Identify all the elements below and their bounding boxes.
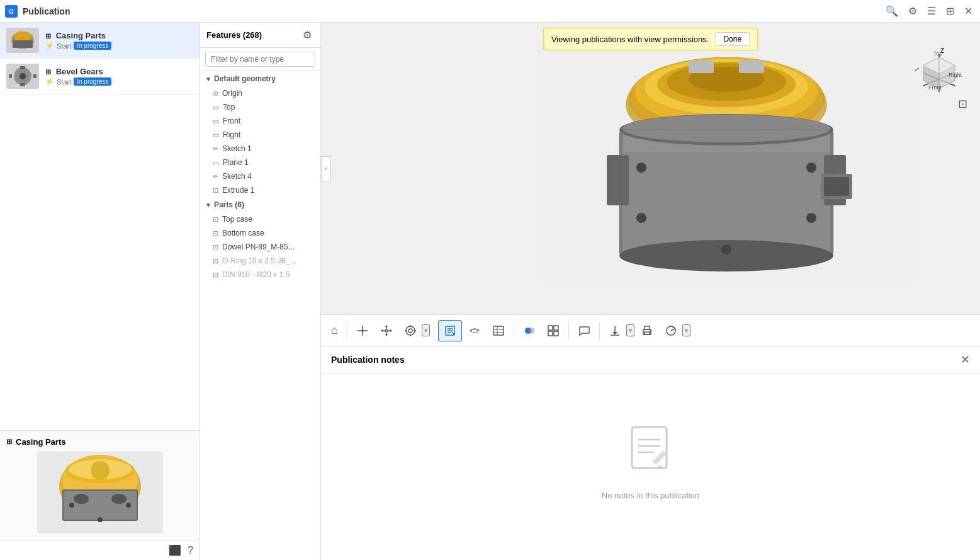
notification-text: Viewing publications with view permissio… (551, 35, 709, 44)
features-filter-button[interactable]: ⚙ (300, 28, 314, 42)
section-view-toolbar-button[interactable] (463, 321, 486, 341)
svg-rect-14 (33, 74, 37, 78)
expand-features-panel-button[interactable]: ‹ (321, 156, 331, 181)
svg-text:Top: Top (933, 50, 943, 57)
help-footer-button[interactable]: ? (188, 544, 193, 556)
svg-marker-104 (612, 332, 617, 334)
publication-item-casing-parts[interactable]: ⊞ Casing Parts ⚡ Start In progress (0, 23, 200, 59)
svg-rect-13 (9, 74, 12, 78)
feature-item-top-case[interactable]: ⊡ Top case (200, 212, 320, 226)
feature-item-oring[interactable]: ⊡ O-Ring 10 x 2.5 JB_... (200, 254, 320, 268)
features-search-input[interactable] (205, 52, 315, 67)
top-case-icon: ⊡ (213, 215, 218, 224)
print-toolbar-button[interactable] (636, 321, 658, 341)
pub-notes-empty-icon (626, 424, 676, 483)
publication-notes-panel: Publication notes ✕ (321, 346, 980, 560)
close-header-button[interactable]: ✕ (962, 4, 975, 18)
casing-parts-info: ⊞ Casing Parts ⚡ Start In progress (45, 31, 193, 50)
sketch4-icon: ✏ (213, 173, 218, 181)
svg-rect-107 (645, 326, 650, 329)
svg-rect-6 (13, 40, 33, 48)
publication-item-bevel-gears[interactable]: ⊞ Bevel Gears ⚡ Start In progress (0, 59, 200, 94)
svg-point-58 (636, 213, 646, 223)
feature-item-plane1[interactable]: ▭ Plane 1 (200, 156, 320, 169)
home-toolbar-button[interactable]: ⌂ (326, 320, 343, 341)
sidebar-preview: ⊞ Casing Parts (0, 430, 200, 540)
pub-notes-content: No notes in this publication (321, 374, 980, 550)
svg-rect-112 (632, 427, 667, 468)
default-geometry-section: ▼ Default geometry ⊙ Origin ▭ Top ▭ Fron… (200, 71, 320, 197)
svg-text:Front: Front (928, 84, 942, 91)
notes-edit-toolbar-button[interactable] (438, 320, 462, 341)
comment-toolbar-button[interactable] (573, 321, 595, 341)
parts-section-header[interactable]: ▼ Parts (6) (200, 197, 320, 212)
default-geometry-header[interactable]: ▼ Default geometry (200, 71, 320, 86)
feature-item-top[interactable]: ▭ Top (200, 100, 320, 114)
grid-view-button[interactable]: ⊞ (943, 4, 957, 18)
bevel-gears-status: ⚡ Start In progress (45, 77, 193, 86)
casing-parts-name: ⊞ Casing Parts (45, 31, 193, 40)
feature-item-bottom-case[interactable]: ⊡ Bottom case (200, 226, 320, 240)
svg-point-25 (69, 503, 74, 508)
svg-point-98 (528, 328, 534, 334)
feature-item-front[interactable]: ▭ Front (200, 114, 320, 128)
search-button[interactable]: 🔍 (883, 4, 901, 18)
svg-point-24 (111, 494, 127, 504)
view-cube-btn[interactable]: ⊡ (958, 97, 967, 111)
pub-notes-title: Publication notes (331, 355, 405, 365)
measure-toolbar-button[interactable] (660, 321, 682, 341)
svg-point-10 (20, 73, 26, 79)
svg-point-60 (721, 244, 731, 254)
svg-point-81 (406, 326, 415, 335)
plane-right-icon: ▭ (213, 131, 219, 139)
svg-point-67 (361, 329, 364, 332)
svg-rect-63 (689, 60, 714, 73)
casing-parts-status: ⚡ Start In progress (45, 42, 193, 50)
collapse-footer-button[interactable]: ⬛ (169, 544, 181, 556)
features-list: ▼ Default geometry ⊙ Origin ▭ Top ▭ Fron… (200, 71, 320, 560)
bottom-case-icon: ⊡ (213, 229, 218, 237)
filter-button[interactable]: ⚙ (906, 4, 920, 18)
svg-rect-116 (652, 450, 667, 464)
plane1-icon: ▭ (213, 159, 219, 167)
svg-point-27 (98, 517, 103, 522)
target-toolbar-button[interactable] (399, 321, 422, 341)
explode-toolbar-button[interactable] (542, 321, 565, 341)
download-toolbar-button[interactable] (604, 321, 626, 341)
svg-line-111 (671, 329, 674, 331)
download-dropdown-arrow[interactable]: ▾ (626, 324, 634, 336)
feature-item-din910[interactable]: ⊡ DIN 910 - M20 x 1.5 (200, 268, 320, 282)
svg-point-57 (806, 163, 816, 173)
svg-rect-101 (548, 331, 553, 336)
plane-front-icon: ▭ (213, 117, 219, 125)
svg-point-59 (806, 213, 816, 223)
din910-icon: ⊡ (213, 271, 218, 279)
target-dropdown-arrow[interactable]: ▾ (422, 324, 430, 336)
bom-toolbar-button[interactable] (487, 321, 510, 341)
feature-item-dowel[interactable]: ⊡ Dowel PN-89_M-85... (200, 240, 320, 254)
nav-cube[interactable]: Z Top Front Right (911, 42, 967, 111)
list-view-button[interactable]: ☰ (925, 4, 938, 18)
appearance-toolbar-button[interactable] (518, 321, 541, 341)
features-title: Features (268) (206, 30, 262, 40)
transform-toolbar-button[interactable] (351, 321, 374, 341)
dowel-icon: ⊡ (213, 243, 218, 251)
feature-item-extrude1[interactable]: ⊡ Extrude 1 (200, 183, 320, 197)
svg-rect-62 (824, 177, 849, 196)
feature-item-sketch1[interactable]: ✏ Sketch 1 (200, 142, 320, 156)
header-title: Publication (23, 6, 70, 16)
plane-top-icon: ▭ (213, 103, 219, 111)
svg-point-22 (91, 461, 110, 480)
move-toolbar-button[interactable] (375, 321, 398, 341)
feature-item-right[interactable]: ▭ Right (200, 128, 320, 142)
measure-dropdown-arrow[interactable]: ▾ (682, 324, 690, 336)
done-button[interactable]: Done (715, 32, 750, 46)
feature-item-origin[interactable]: ⊙ Origin (200, 86, 320, 100)
feature-item-sketch4[interactable]: ✏ Sketch 4 (200, 169, 320, 183)
bottom-toolbar: ⌂ ▾ (321, 314, 980, 346)
svg-rect-11 (20, 66, 25, 69)
svg-point-109 (650, 331, 651, 332)
viewport-3d[interactable]: Viewing publications with view permissio… (321, 23, 980, 314)
svg-text:Right: Right (949, 72, 962, 78)
pub-notes-close-button[interactable]: ✕ (960, 353, 970, 367)
